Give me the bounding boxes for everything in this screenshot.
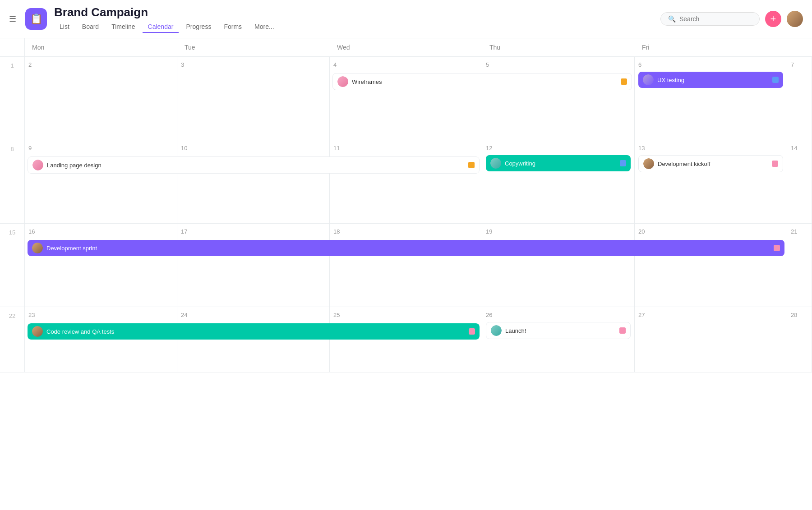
header-right: 🔍 + [660,11,803,27]
day-num-21: 21 [791,228,808,235]
day-cell-7: 7 [787,57,812,140]
tab-list[interactable]: List [54,21,75,33]
event-ux-testing[interactable]: UX testing [638,72,783,88]
event-ux-color [772,77,779,83]
day-num-25: 25 [333,312,478,318]
day-cell-14: 14 [787,140,812,223]
tab-forms[interactable]: Forms [218,21,247,33]
day-cell-13: 13 Development kickoff [635,140,787,223]
day-cell-28: 28 [787,307,812,372]
event-cr-avatar [32,326,43,337]
event-copywriting[interactable]: Copywriting [486,155,631,171]
day-num-5: 5 [486,61,631,68]
week-num-22: 22 [0,307,25,372]
event-sprint-color [774,245,780,251]
day-cell-12: 12 Copywriting [482,140,635,223]
event-wire-color [621,78,627,85]
day-num-17: 17 [181,228,326,235]
day-cell-27: 27 [635,307,787,372]
day-header-mon: Mon [25,38,177,56]
day-cell-6: 6 UX testing [635,57,787,140]
add-button[interactable]: + [765,11,781,27]
tab-calendar[interactable]: Calendar [143,21,179,33]
event-land-color [468,162,475,168]
day-header-tue: Tue [177,38,330,56]
day-header-fri: Fri [635,38,787,56]
day-num-26: 26 [486,312,631,318]
day-header-wed: Wed [330,38,482,56]
event-land-avatar [32,160,43,170]
day-num-24: 24 [181,312,326,318]
day-num-7: 7 [791,61,808,68]
event-landing-span[interactable]: Landing page design [25,156,482,174]
tab-board[interactable]: Board [77,21,104,33]
day-cell-18: 18 [330,224,482,307]
day-num-28: 28 [791,312,808,318]
event-wire-label: Wireframes [352,78,617,85]
tab-more[interactable]: More... [249,21,280,33]
day-cell-10: 10 [177,140,330,223]
user-avatar[interactable] [787,11,803,27]
event-wireframes-span[interactable]: Wireframes [330,73,635,90]
day-num-20: 20 [638,228,783,235]
event-copy-color [620,160,626,166]
day-header-thu: Thu [482,38,635,56]
day-cell-17: 17 [177,224,330,307]
day-num-10: 10 [181,145,326,152]
day-num-12: 12 [486,145,631,152]
tab-timeline[interactable]: Timeline [106,21,140,33]
event-launch[interactable]: Launch! [486,322,631,339]
week-row-4: 22 23 24 25 26 Launch! 27 28 [0,307,812,372]
calendar-grid: 1 2 3 4 5 6 UX testing [0,57,812,372]
week-row-3: 15 16 17 18 19 20 21 Development sprint [0,224,812,307]
event-launch-avatar [491,325,502,336]
event-copy-label: Copywriting [505,160,616,167]
day-num-18: 18 [333,228,478,235]
app-icon: 📋 [25,8,47,30]
day-num-27: 27 [638,312,783,318]
day-num-19: 19 [486,228,631,235]
event-cr-label: Code review and QA tests [46,328,465,335]
header: ☰ 📋 Brand Campaign List Board Timeline C… [0,0,812,38]
event-land-label: Landing page design [47,162,465,169]
event-dev-kickoff[interactable]: Development kickoff [638,155,783,172]
event-devk-color [772,161,778,167]
event-sprint-avatar [32,243,43,253]
week-row-1: 1 2 3 4 5 6 UX testing [0,57,812,140]
day-num-11: 11 [333,145,478,152]
event-copy-avatar [490,158,501,169]
day-num-9: 9 [28,145,173,152]
day-cell-23: 23 [25,307,177,372]
day-num-3: 3 [181,61,326,68]
event-sprint-label: Development sprint [46,245,770,252]
search-input[interactable] [679,15,752,23]
day-header-sat [787,38,812,56]
hamburger-icon[interactable]: ☰ [9,14,16,24]
day-cell-9: 9 [25,140,177,223]
search-icon: 🔍 [668,15,676,23]
day-num-16: 16 [28,228,173,235]
day-cell-16: 16 [25,224,177,307]
week-num-8: 8 [0,140,25,223]
day-cell-26: 26 Launch! [482,307,635,372]
event-devk-label: Development kickoff [658,161,768,167]
week-row-2: 8 9 10 11 12 Copywriting 13 [0,140,812,224]
event-cr-color [469,328,475,335]
day-num-23: 23 [28,312,173,318]
header-title-area: Brand Campaign List Board Timeline Calen… [54,5,280,33]
week-num-1: 1 [0,57,25,140]
day-cell-3: 3 [177,57,330,140]
day-cell-24: 24 [177,307,330,372]
event-code-review-span[interactable]: Code review and QA tests [25,323,482,340]
day-cell-5: 5 [482,57,635,140]
event-ux-avatar [643,74,654,85]
event-wire-avatar [337,76,348,87]
project-title: Brand Campaign [54,5,280,19]
day-cell-2: 2 [25,57,177,140]
tab-progress[interactable]: Progress [180,21,217,33]
search-box[interactable]: 🔍 [660,12,760,26]
event-dev-sprint-span[interactable]: Development sprint [25,240,787,256]
day-cell-21: 21 [787,224,812,307]
day-cell-20: 20 [635,224,787,307]
day-cell-19: 19 [482,224,635,307]
